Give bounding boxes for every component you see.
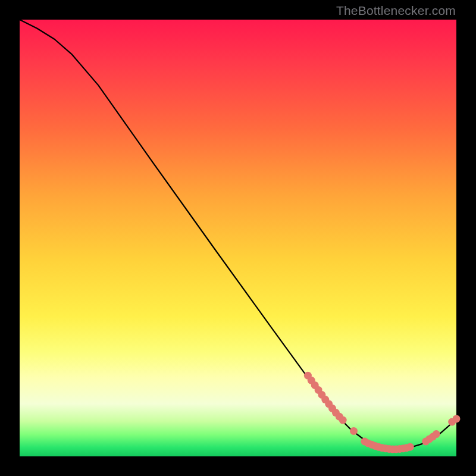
highlight-dots-group [304,372,461,453]
attribution-text: TheBottlenecker.com [336,4,456,18]
highlight-dot [339,416,347,424]
highlight-dot [453,415,461,422]
highlight-dot [350,427,358,435]
bottleneck-curve [20,20,456,449]
chart-svg [20,20,456,456]
chart-stage: TheBottlenecker.com [0,0,476,476]
highlight-dot [406,443,414,451]
highlight-dot [433,430,440,438]
plot-area [20,20,456,456]
